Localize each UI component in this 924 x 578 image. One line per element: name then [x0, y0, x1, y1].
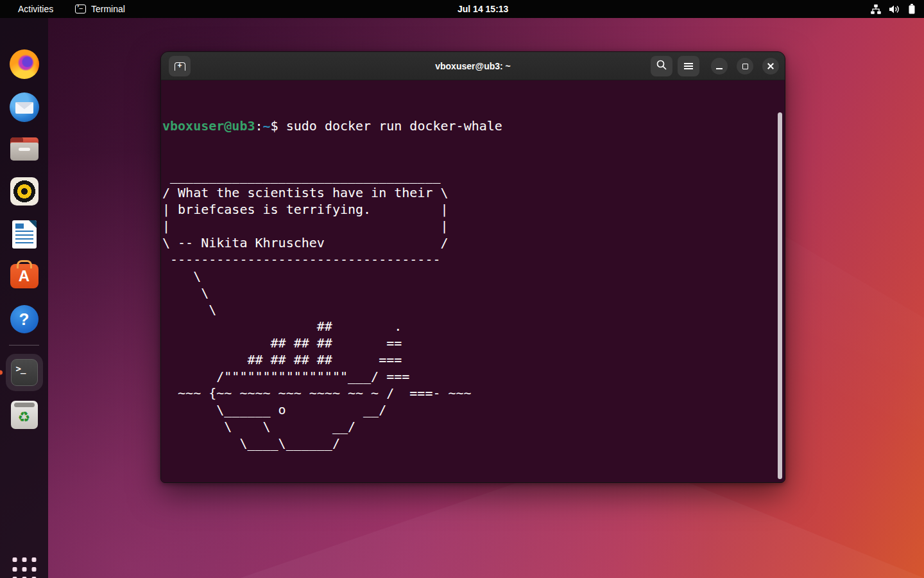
firefox-icon [10, 49, 39, 79]
trash-icon: ♻ [11, 401, 38, 429]
dock-item-ubuntu-software[interactable]: A [10, 260, 38, 288]
prompt-user: vboxuser@ub3 [162, 118, 255, 134]
scrollbar-thumb[interactable] [778, 112, 782, 479]
terminal-body[interactable]: vboxuser@ub3:~$ sudo docker run docker-w… [161, 80, 785, 483]
new-tab-icon [175, 62, 185, 71]
terminal-window: vboxuser@ub3: ~ [160, 51, 785, 483]
dock-item-rhythmbox[interactable] [10, 177, 38, 206]
dock-item-files[interactable] [10, 137, 38, 161]
ubuntu-software-icon: A [10, 264, 38, 288]
show-applications-icon [12, 557, 36, 578]
running-indicator-dot [0, 371, 3, 375]
dock-item-libreoffice-writer[interactable] [12, 220, 37, 249]
dock-item-terminal-active[interactable]: >_ [6, 354, 43, 391]
rhythmbox-icon [10, 177, 38, 206]
battery-icon [909, 4, 915, 14]
terminal-app-icon [75, 4, 86, 13]
dock-separator [9, 345, 39, 346]
terminal-output: ___________________________________ / Wh… [162, 168, 785, 451]
maximize-icon [742, 64, 748, 69]
close-icon [767, 62, 774, 70]
dock-item-firefox[interactable] [10, 49, 39, 79]
help-icon: ? [10, 305, 38, 333]
volume-icon [889, 4, 900, 14]
libreoffice-writer-icon [12, 220, 37, 249]
dock-item-help[interactable]: ? [10, 305, 38, 333]
files-icon [10, 137, 38, 161]
show-apps-button[interactable] [12, 557, 36, 578]
dock-item-trash[interactable]: ♻ [11, 401, 38, 429]
thunderbird-icon [10, 92, 39, 122]
minimize-button[interactable] [711, 58, 728, 74]
terminal-icon: >_ [11, 359, 38, 386]
top-bar: Activities Terminal Jul 14 15:13 [0, 0, 924, 18]
minimize-icon [716, 68, 723, 69]
close-button[interactable] [762, 58, 779, 74]
clock[interactable]: Jul 14 15:13 [458, 0, 508, 18]
app-menu[interactable]: Terminal [75, 4, 125, 14]
search-icon [656, 60, 667, 73]
app-menu-label: Terminal [91, 4, 125, 14]
window-title: vboxuser@ub3: ~ [435, 61, 511, 71]
titlebar[interactable]: vboxuser@ub3: ~ [161, 52, 785, 80]
dock: A ? >_ ♻ [0, 18, 48, 578]
maximize-button[interactable] [737, 58, 753, 74]
prompt-path: ~ [263, 118, 271, 134]
command-text: sudo docker run docker-whale [286, 118, 502, 134]
search-button[interactable] [651, 56, 672, 76]
dock-item-thunderbird[interactable] [10, 92, 39, 122]
system-status-area[interactable] [871, 0, 915, 18]
hamburger-menu-icon [684, 63, 693, 69]
prompt-symbol: $ [271, 118, 286, 134]
command-line: vboxuser@ub3:~$ sudo docker run docker-w… [162, 118, 785, 134]
menu-button[interactable] [678, 56, 699, 76]
prompt-separator: : [255, 118, 263, 134]
activities-button[interactable]: Activities [14, 3, 57, 15]
new-tab-button[interactable] [169, 56, 191, 76]
network-icon [871, 4, 881, 14]
desktop: Activities Terminal Jul 14 15:13 [0, 0, 924, 578]
